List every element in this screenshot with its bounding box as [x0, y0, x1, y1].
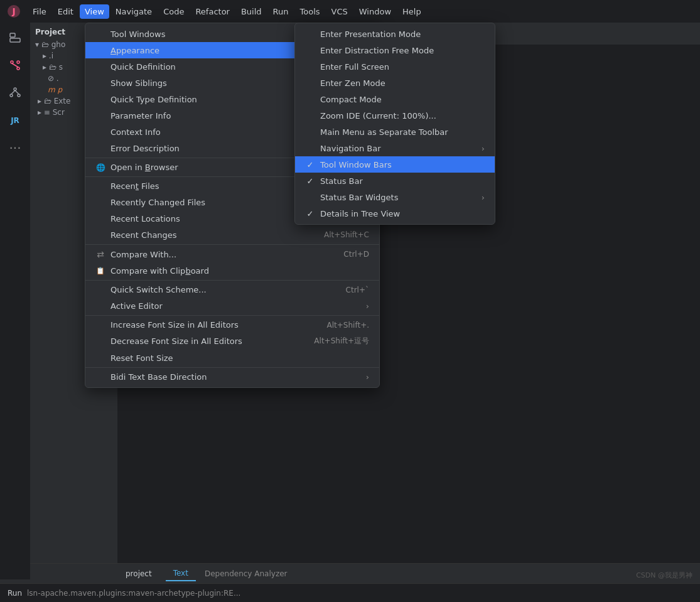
- menu-item-compare-with[interactable]: ⇄ Compare With... Ctrl+D: [85, 244, 379, 262]
- svg-point-4: [11, 61, 13, 63]
- compare-clipboard-label: Compare with Clipboard: [110, 266, 369, 276]
- submenu-navigation-bar[interactable]: Navigation Bar ›: [295, 140, 495, 156]
- appearance-submenu: Enter Presentation Mode Enter Distractio…: [294, 23, 495, 225]
- menu-view[interactable]: View: [80, 4, 109, 19]
- error-desc-label: Error Description: [110, 144, 320, 153]
- submenu-enter-distraction-free[interactable]: Enter Distraction Free Mode: [295, 42, 495, 58]
- run-command: lsn-apache.maven.plugins:maven-archetype…: [27, 589, 240, 598]
- menu-build[interactable]: Build: [236, 4, 267, 19]
- submenu-tool-window-bars[interactable]: ✓ Tool Window Bars: [295, 156, 495, 173]
- menu-help[interactable]: Help: [397, 4, 426, 19]
- recent-locations-label: Recent Locations: [110, 214, 301, 223]
- bottom-bar: Run lsn-apache.maven.plugins:maven-arche…: [0, 583, 700, 602]
- svg-point-6: [17, 61, 19, 63]
- svg-text:J: J: [11, 6, 15, 16]
- svg-point-5: [17, 67, 19, 70]
- menu-item-compare-clipboard[interactable]: 📋 Compare with Clipboard: [85, 262, 379, 279]
- sidebar-icon-git[interactable]: [5, 55, 25, 75]
- check-tool-window-bars: ✓: [305, 160, 315, 169]
- sidebar-icon-project[interactable]: [5, 28, 25, 48]
- svg-line-11: [11, 90, 15, 94]
- submenu-main-menu-toolbar[interactable]: Main Menu as Separate Toolbar: [295, 124, 495, 140]
- menu-edit[interactable]: Edit: [53, 4, 78, 19]
- menu-item-increase-font[interactable]: Increase Font Size in All Editors Alt+Sh…: [85, 315, 379, 333]
- status-bar-label: Status Bar: [320, 176, 485, 186]
- menu-item-decrease-font[interactable]: Decrease Font Size in All Editors Alt+Sh…: [85, 333, 379, 350]
- menu-bar: J File Edit View Navigate Code Refactor …: [0, 0, 700, 23]
- zen-mode-label: Enter Zen Mode: [320, 78, 485, 88]
- svg-line-7: [12, 63, 18, 67]
- svg-rect-3: [10, 38, 20, 42]
- menu-file[interactable]: File: [28, 4, 51, 19]
- check-details-tree-view: ✓: [305, 209, 315, 218]
- quick-switch-label: Quick Switch Scheme...: [110, 285, 326, 294]
- increase-font-label: Increase Font Size in All Editors: [110, 320, 307, 330]
- sidebar-icons: JR ···: [0, 23, 30, 579]
- submenu-zoom-ide[interactable]: Zoom IDE (Current: 100%)...: [295, 107, 495, 124]
- menu-item-quick-switch[interactable]: Quick Switch Scheme... Ctrl+`: [85, 280, 379, 298]
- compare-with-icon: ⇄: [95, 249, 105, 259]
- browser-icon: 🌐: [95, 163, 105, 172]
- bottom-tabs: project Text Dependency Analyzer: [30, 563, 700, 583]
- full-screen-label: Enter Full Screen: [320, 62, 485, 72]
- compare-with-label: Compare With...: [110, 250, 323, 259]
- submenu-status-bar-widgets[interactable]: Status Bar Widgets ›: [295, 189, 495, 205]
- status-bar-widgets-arrow: ›: [482, 193, 485, 202]
- svg-point-9: [10, 94, 13, 97]
- active-editor-label: Active Editor: [110, 301, 358, 311]
- navigation-bar-arrow: ›: [482, 144, 485, 153]
- app-logo: J: [5, 3, 23, 20]
- svg-rect-2: [10, 33, 15, 37]
- decrease-font-label: Decrease Font Size in All Editors: [110, 336, 294, 346]
- zoom-ide-label: Zoom IDE (Current: 100%)...: [320, 111, 485, 121]
- param-info-label: Parameter Info: [110, 111, 325, 121]
- menu-item-bidi-text[interactable]: Bidi Text Base Direction ›: [85, 367, 379, 385]
- watermark: CSDN @我是男神: [636, 571, 692, 580]
- sidebar-icon-more[interactable]: ···: [5, 138, 25, 158]
- run-label: Run: [8, 589, 22, 598]
- compact-mode-label: Compact Mode: [320, 95, 485, 104]
- menu-item-active-editor[interactable]: Active Editor ›: [85, 298, 379, 314]
- svg-point-8: [14, 88, 16, 90]
- submenu-compact-mode[interactable]: Compact Mode: [295, 91, 495, 107]
- sidebar-icon-structure[interactable]: [5, 83, 25, 103]
- bidi-text-label: Bidi Text Base Direction: [110, 372, 358, 382]
- quick-def-label: Quick Definition: [110, 62, 304, 72]
- menu-window[interactable]: Window: [354, 4, 396, 19]
- sidebar-icon-jr[interactable]: JR: [5, 110, 25, 131]
- svg-point-10: [18, 94, 20, 97]
- enter-presentation-label: Enter Presentation Mode: [320, 30, 485, 39]
- main-menu-toolbar-label: Main Menu as Separate Toolbar: [320, 127, 485, 137]
- bottom-tab-dependency[interactable]: Dependency Analyzer: [197, 567, 295, 581]
- bidi-text-arrow: ›: [366, 372, 369, 382]
- recent-files-label: Recent Files: [110, 181, 325, 191]
- distraction-free-label: Enter Distraction Free Mode: [320, 46, 485, 55]
- navigation-bar-label: Navigation Bar: [320, 144, 477, 153]
- tool-window-bars-label: Tool Window Bars: [320, 160, 485, 169]
- svg-line-12: [15, 90, 19, 94]
- menu-item-reset-font[interactable]: Reset Font Size: [85, 350, 379, 366]
- bottom-tab-project: project: [118, 567, 159, 581]
- submenu-status-bar[interactable]: ✓ Status Bar: [295, 173, 495, 189]
- compare-clipboard-icon: 📋: [95, 267, 105, 275]
- menu-tools[interactable]: Tools: [295, 4, 325, 19]
- decrease-font-shortcut: Alt+Shift+逗号: [314, 336, 369, 347]
- submenu-details-tree-view[interactable]: ✓ Details in Tree View: [295, 205, 495, 222]
- menu-code[interactable]: Code: [158, 4, 189, 19]
- menu-run[interactable]: Run: [268, 4, 294, 19]
- submenu-enter-presentation[interactable]: Enter Presentation Mode: [295, 26, 495, 42]
- submenu-enter-zen-mode[interactable]: Enter Zen Mode: [295, 75, 495, 91]
- menu-refactor[interactable]: Refactor: [190, 4, 235, 19]
- submenu-enter-full-screen[interactable]: Enter Full Screen: [295, 58, 495, 75]
- recent-changes-shortcut: Alt+Shift+C: [324, 230, 369, 239]
- quick-switch-shortcut: Ctrl+`: [346, 286, 369, 294]
- reset-font-label: Reset Font Size: [110, 353, 369, 363]
- menu-item-recent-changes[interactable]: Recent Changes Alt+Shift+C: [85, 227, 379, 243]
- menu-navigate[interactable]: Navigate: [110, 4, 157, 19]
- recent-changes-label: Recent Changes: [110, 230, 304, 240]
- bottom-tab-text[interactable]: Text: [166, 566, 196, 581]
- menu-vcs[interactable]: VCS: [326, 4, 353, 19]
- compare-with-shortcut: Ctrl+D: [343, 250, 369, 259]
- details-tree-view-label: Details in Tree View: [320, 209, 485, 218]
- check-status-bar: ✓: [305, 176, 315, 186]
